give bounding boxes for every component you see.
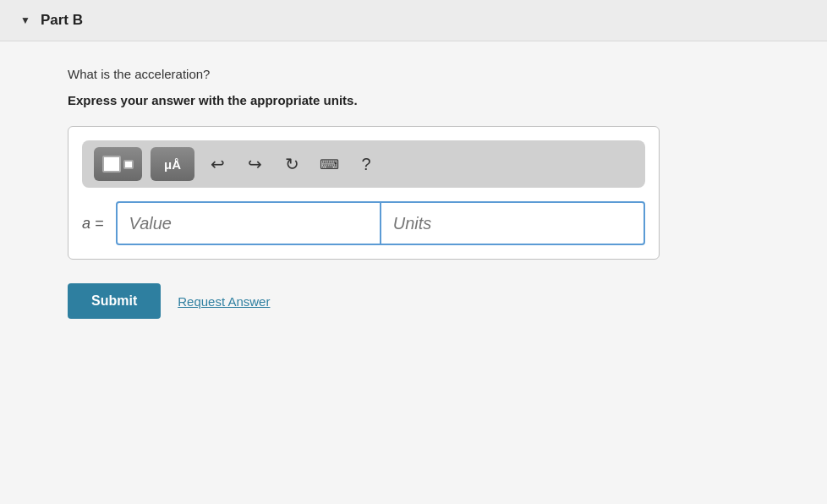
request-answer-label: Request Answer <box>178 294 270 309</box>
submit-label: Submit <box>91 293 137 308</box>
input-row: a = <box>82 201 645 245</box>
answer-box: μÅ ↩ ↪ ↻ ⌨ <box>68 126 660 260</box>
toolbar: μÅ ↩ ↪ ↻ ⌨ <box>82 140 645 188</box>
submit-button[interactable]: Submit <box>68 283 161 319</box>
bottom-actions: Submit Request Answer <box>68 283 759 319</box>
question-text: What is the acceleration? <box>68 67 759 81</box>
template-small-square <box>123 160 134 169</box>
instruction-text: Express your answer with the appropriate… <box>68 93 759 107</box>
units-input[interactable] <box>381 201 645 245</box>
help-button[interactable]: ? <box>352 150 381 178</box>
undo-icon: ↩ <box>211 154 225 174</box>
part-title: Part B <box>41 12 83 29</box>
template-button[interactable] <box>94 147 142 181</box>
value-input[interactable] <box>116 201 381 245</box>
help-icon: ? <box>361 155 370 174</box>
mu-button[interactable]: μÅ <box>151 147 194 181</box>
collapse-chevron[interactable]: ▼ <box>20 14 30 26</box>
mu-label: μÅ <box>164 157 181 172</box>
keyboard-icon: ⌨ <box>320 156 339 173</box>
main-content: What is the acceleration? Express your a… <box>0 41 827 344</box>
refresh-button[interactable]: ↻ <box>277 150 306 178</box>
part-header: ▼ Part B <box>0 0 827 41</box>
redo-button[interactable]: ↪ <box>240 150 269 178</box>
request-answer-button[interactable]: Request Answer <box>178 294 270 309</box>
keyboard-button[interactable]: ⌨ <box>315 150 343 178</box>
template-large-square <box>102 156 121 173</box>
page-container: ▼ Part B What is the acceleration? Expre… <box>0 0 827 504</box>
redo-icon: ↪ <box>248 154 262 174</box>
refresh-icon: ↻ <box>285 154 299 174</box>
equation-label: a = <box>82 215 104 233</box>
undo-button[interactable]: ↩ <box>203 150 232 178</box>
template-icon <box>102 156 134 173</box>
